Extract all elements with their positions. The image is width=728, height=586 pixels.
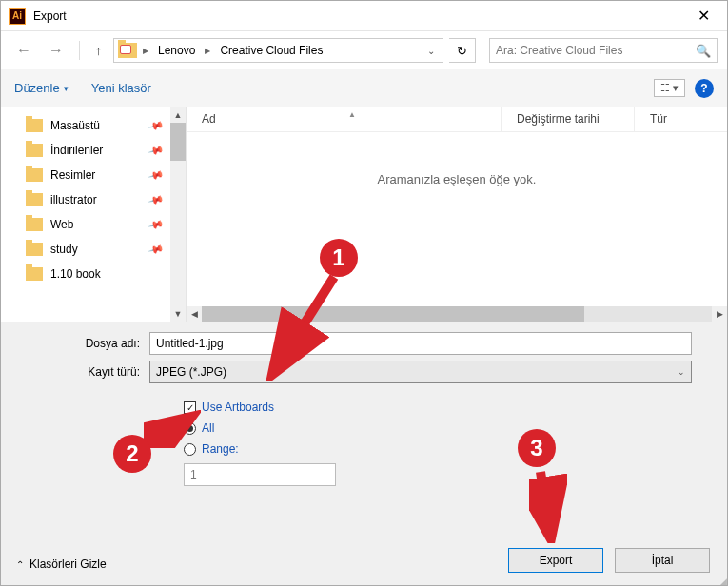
folder-tree: ▲ Masaüstü📌 İndirilenler📌 Resimler📌 illu… (1, 107, 187, 322)
search-icon[interactable]: 🔍 (696, 44, 711, 58)
up-icon[interactable]: ↑ (89, 39, 108, 62)
resize-grip-icon[interactable]: ◢ (720, 579, 725, 584)
search-placeholder: Ara: Creative Cloud Files (496, 44, 622, 57)
annotation-badge-1: 1 (320, 239, 358, 277)
savetype-select[interactable]: JPEG (*.JPG) ⌄ (149, 361, 692, 383)
refresh-button[interactable]: ↻ (449, 38, 476, 63)
sidebar-item-label: İndirilenler (50, 144, 103, 157)
new-folder-button[interactable]: Yeni klasör (91, 81, 151, 95)
sidebar-item-label: Web (50, 218, 73, 231)
sidebar-item-label: illustrator (50, 193, 97, 206)
view-options-button[interactable]: ☷ ▾ (654, 79, 685, 97)
chevron-right-icon[interactable]: ▶ (141, 47, 150, 55)
folder-icon (26, 119, 43, 132)
filename-input[interactable] (149, 332, 692, 355)
pin-icon: 📌 (148, 142, 166, 159)
scroll-left-button[interactable]: ◀ (187, 306, 202, 322)
help-icon[interactable]: ? (695, 79, 714, 98)
svg-line-3 (151, 420, 187, 443)
sidebar-item-label: 1.10 book (50, 267, 101, 281)
chevron-down-icon: ⌄ (678, 367, 685, 377)
svg-line-1 (275, 277, 334, 370)
folder-icon (26, 193, 43, 206)
folder-icon (26, 267, 43, 281)
hide-folders-label: Klasörleri Gizle (30, 557, 107, 571)
chevron-down-icon: ▾ (64, 84, 69, 93)
use-artboards-option[interactable]: ✓ Use Artboards (184, 400, 712, 414)
pin-icon: 📌 (148, 191, 166, 208)
sidebar-item-label: Masaüstü (50, 119, 100, 132)
file-browser: ▲ Masaüstü📌 İndirilenler📌 Resimler📌 illu… (1, 107, 727, 322)
column-headers: Ad Değiştirme tarihi Tür (187, 107, 727, 132)
pin-icon: 📌 (148, 117, 166, 134)
export-button[interactable]: Export (508, 548, 603, 573)
address-bar[interactable]: ▶ Lenovo ▶ Creative Cloud Files ⌄ (113, 38, 443, 63)
sidebar-item-desktop[interactable]: Masaüstü📌 (26, 113, 186, 138)
folder-icon (26, 168, 43, 182)
scroll-up-button[interactable]: ▲ (170, 107, 186, 123)
chevron-up-icon: ⌃ (16, 559, 24, 570)
range-option[interactable]: Range: (184, 442, 712, 456)
sort-indicator-icon: ▲ (348, 110, 356, 119)
export-options-panel: Dosya adı: Kayıt türü: JPEG (*.JPG) ⌄ ✓ … (1, 322, 727, 586)
annotation-badge-3: 3 (518, 429, 556, 467)
annotation-arrow-3 (529, 467, 567, 543)
window-title: Export (33, 10, 688, 23)
chevron-right-icon[interactable]: ▶ (203, 47, 212, 55)
organize-menu[interactable]: Düzenle ▾ (14, 81, 69, 95)
search-input[interactable]: Ara: Creative Cloud Files 🔍 (489, 38, 718, 63)
back-icon[interactable]: ← (10, 38, 37, 63)
range-value: 1 (190, 468, 197, 481)
hide-folders-toggle[interactable]: ⌃ Klasörleri Gizle (16, 557, 107, 571)
scrollbar-thumb[interactable] (170, 123, 186, 161)
pin-icon: 📌 (148, 241, 166, 258)
nav-separator (79, 41, 80, 60)
breadcrumb-item[interactable]: Lenovo (154, 42, 199, 59)
sidebar-item-book[interactable]: 1.10 book (26, 262, 186, 286)
sidebar-item-label: study (50, 243, 78, 256)
all-label: All (202, 421, 214, 435)
folder-icon (26, 144, 43, 157)
navigation-bar: ← → ↑ ▶ Lenovo ▶ Creative Cloud Files ⌄ … (1, 31, 727, 69)
sidebar-item-pictures[interactable]: Resimler📌 (26, 163, 186, 187)
cancel-button[interactable]: İptal (615, 548, 710, 573)
column-name[interactable]: Ad (187, 107, 501, 131)
app-icon: Ai (9, 8, 26, 25)
pin-icon: 📌 (148, 216, 166, 233)
sidebar-item-illustrator[interactable]: illustrator📌 (26, 187, 186, 212)
scroll-down-button[interactable]: ▼ (170, 306, 186, 322)
annotation-arrow-1 (258, 267, 353, 381)
pin-icon: 📌 (148, 166, 166, 184)
folder-icon (26, 218, 43, 231)
sidebar-item-study[interactable]: study📌 (26, 237, 186, 262)
breadcrumb-item[interactable]: Creative Cloud Files (216, 42, 326, 59)
empty-state-message: Aramanızla eşleşen öğe yok. (187, 172, 727, 186)
location-folder-icon (118, 43, 137, 58)
all-option[interactable]: All (184, 421, 712, 435)
sidebar-item-label: Resimler (50, 168, 95, 182)
toolbar: Düzenle ▾ Yeni klasör ☷ ▾ ? (1, 69, 727, 107)
folder-icon (26, 243, 43, 256)
sidebar-item-web[interactable]: Web📌 (26, 212, 186, 237)
range-input[interactable]: 1 (184, 463, 336, 486)
column-type[interactable]: Tür (634, 107, 682, 131)
annotation-badge-2: 2 (113, 435, 151, 473)
scroll-right-button[interactable]: ▶ (712, 306, 727, 322)
titlebar: Ai Export ✕ (1, 1, 727, 31)
forward-icon[interactable]: → (43, 38, 69, 63)
column-modified[interactable]: Değiştirme tarihi (501, 107, 634, 131)
range-label: Range: (202, 442, 239, 456)
annotation-arrow-2 (144, 410, 201, 448)
savetype-value: JPEG (*.JPG) (156, 365, 226, 379)
sidebar-item-downloads[interactable]: İndirilenler📌 (26, 138, 186, 163)
filename-label: Dosya adı: (16, 337, 149, 350)
organize-label: Düzenle (14, 81, 60, 95)
chevron-down-icon[interactable]: ⌄ (423, 46, 439, 56)
savetype-label: Kayıt türü: (16, 365, 149, 379)
svg-line-5 (541, 472, 550, 534)
use-artboards-label: Use Artboards (202, 400, 274, 414)
close-icon[interactable]: ✕ (688, 7, 719, 25)
